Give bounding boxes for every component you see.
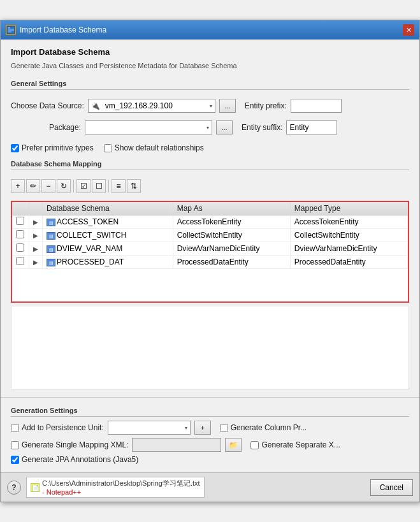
show-default-rel-checkbox[interactable] (104, 144, 112, 152)
row-checkbox-2[interactable] (16, 243, 24, 252)
footer-path: 📄 C:\Users\Administrator\Desktop\Spring学… (26, 477, 205, 498)
collapse-all-button[interactable]: ≡ (112, 179, 126, 193)
row-schema-2: ▤DVIEW_VAR_NAM (43, 242, 173, 256)
dialog-footer: ? 📄 C:\Users\Administrator\Desktop\Sprin… (1, 472, 419, 502)
add-persistence-label: Add to Persistence Unit: (22, 423, 104, 432)
title-bar-left: Import Database Schema (6, 25, 106, 35)
cancel-button[interactable]: Cancel (370, 479, 413, 496)
generate-jpa-checkbox-label[interactable]: Generate JPA Annotations (Java5) (11, 455, 138, 464)
svg-rect-1 (8, 27, 10, 29)
generate-separate-checkbox-label[interactable]: Generate Separate X... (250, 440, 340, 449)
generate-separate-checkbox[interactable] (250, 441, 259, 449)
row-mapped-2: DviewVarNameDicEntity (290, 242, 407, 256)
datasource-dropdown[interactable]: 🔌vm_192.168.29.100 ▾ (88, 99, 215, 113)
row-mapped-0: AccessTokenEntity (290, 215, 407, 229)
dropdown-arrow-icon: ▾ (210, 103, 212, 109)
row-expand-2[interactable]: ▶ (33, 245, 38, 252)
row-mapped-1: CollectSwitchEntity (290, 229, 407, 242)
add-button[interactable]: + (11, 179, 25, 193)
row-schema-0: ▤ACCESS_TOKEN (43, 215, 173, 229)
generation-settings-section: Generation Settings Add to Persistence U… (1, 397, 419, 472)
col-header-mapped: Mapped Type (290, 202, 407, 215)
generate-column-checkbox-label[interactable]: Generate Column Pr... (220, 423, 307, 432)
generation-row-1: Add to Persistence Unit: ▾ + Generate Co… (11, 421, 409, 435)
add-persistence-checkbox[interactable] (11, 424, 19, 432)
col-header-schema: Database Schema (43, 202, 173, 215)
footer-path-line2: - Notepad++ (42, 488, 200, 496)
generate-single-checkbox-label[interactable]: Generate Single Mapping XML: (11, 440, 128, 449)
footer-path-text: C:\Users\Administrator\Desktop\Spring学习笔… (42, 479, 200, 496)
footer-right: Cancel OK (370, 479, 413, 496)
show-default-rel-checkbox-label[interactable]: Show default relationships (104, 143, 204, 152)
row-schema-3: ▤PROCESSED_DAT (43, 256, 173, 269)
table-icon-2: ▤ (47, 245, 55, 253)
row-mapas-2: DviewVarNameDicEntity (173, 242, 290, 256)
datasource-row: Choose Data Source: 🔌vm_192.168.29.100 ▾… (11, 99, 409, 113)
empty-content-area (11, 307, 409, 389)
single-mapping-browse-button[interactable]: 📁 (225, 438, 242, 452)
row-expand-1[interactable]: ▶ (33, 232, 38, 239)
row-checkbox-3[interactable] (16, 257, 24, 265)
dialog-body: Import Database Schema Generate Java Cla… (1, 40, 419, 397)
refresh-button[interactable]: ↻ (57, 179, 71, 193)
sort-button[interactable]: ⇅ (127, 179, 141, 193)
entity-prefix-input[interactable] (291, 99, 342, 113)
prefer-primitive-checkbox-label[interactable]: Prefer primitive types (11, 143, 94, 152)
svg-rect-3 (8, 31, 14, 31)
generation-row-3: Generate JPA Annotations (Java5) (11, 455, 409, 464)
package-browse-button[interactable]: ... (216, 120, 233, 134)
general-settings-header: General Settings (11, 80, 409, 90)
table-row[interactable]: ▶ ▤DVIEW_VAR_NAM DviewVarNameDicEntity D… (12, 242, 408, 256)
persistence-add-button[interactable]: + (194, 421, 211, 435)
title-bar: Import Database Schema ✕ (1, 20, 419, 40)
generate-single-checkbox[interactable] (11, 441, 19, 449)
select-all-button[interactable]: ☑ (76, 179, 91, 193)
table-row[interactable]: ▶ ▤COLLECT_SWITCH CollectSwitchEntity Co… (12, 229, 408, 242)
row-checkbox-0[interactable] (16, 217, 24, 225)
notepad-icon: 📄 (31, 483, 40, 492)
table-row[interactable]: ▶ ▤ACCESS_TOKEN AccessTokenEntity Access… (12, 215, 408, 229)
add-persistence-checkbox-label[interactable]: Add to Persistence Unit: (11, 423, 104, 432)
table-icon-0: ▤ (47, 219, 55, 226)
generate-separate-label: Generate Separate X... (261, 440, 340, 449)
generation-row-2: Generate Single Mapping XML: 📁 Generate … (11, 438, 409, 452)
table-row[interactable]: ▶ ▤PROCESSED_DAT ProcessedDataEntity Pro… (12, 256, 408, 269)
prefer-primitive-checkbox[interactable] (11, 144, 19, 152)
footer-left: ? 📄 C:\Users\Administrator\Desktop\Sprin… (7, 477, 205, 498)
remove-button[interactable]: − (41, 179, 55, 193)
entity-suffix-label: Entity suffix: (242, 123, 282, 132)
import-dialog: Import Database Schema ✕ Import Database… (0, 20, 420, 502)
entity-suffix-input[interactable] (286, 120, 337, 134)
help-button[interactable]: ? (7, 481, 21, 495)
schema-table-container[interactable]: Database Schema Map As Mapped Type ▶ ▤AC… (11, 201, 409, 303)
datasource-label: Choose Data Source: (11, 101, 84, 110)
datasource-browse-button[interactable]: ... (219, 99, 236, 113)
row-schema-1: ▤COLLECT_SWITCH (43, 229, 173, 242)
generate-jpa-checkbox[interactable] (11, 456, 19, 464)
single-mapping-input (132, 438, 221, 452)
package-dropdown[interactable]: ▾ (85, 120, 212, 134)
dialog-icon (6, 25, 16, 35)
persistence-dropdown[interactable]: ▾ (108, 421, 191, 435)
main-title: Import Database Schema (11, 47, 409, 57)
prefer-primitive-label: Prefer primitive types (22, 143, 94, 152)
row-checkbox-1[interactable] (16, 230, 24, 238)
entity-prefix-label: Entity prefix: (245, 101, 287, 110)
edit-button[interactable]: ✏ (26, 179, 40, 193)
toolbar-separator-1 (73, 180, 74, 192)
generate-column-checkbox[interactable] (220, 424, 228, 432)
close-button[interactable]: ✕ (403, 24, 414, 36)
svg-rect-0 (7, 26, 15, 34)
generate-jpa-label: Generate JPA Annotations (Java5) (22, 455, 138, 464)
generate-column-label: Generate Column Pr... (231, 423, 307, 432)
db-schema-header: Database Schema Mapping (11, 160, 409, 170)
deselect-all-button[interactable]: ☐ (92, 179, 106, 193)
table-icon-1: ▤ (47, 232, 55, 240)
table-header-row: Database Schema Map As Mapped Type (12, 202, 408, 215)
svg-rect-2 (8, 29, 14, 30)
package-row: Package: ▾ ... Entity suffix: (11, 120, 409, 134)
row-expand-0[interactable]: ▶ (33, 219, 38, 226)
row-expand-3[interactable]: ▶ (33, 259, 38, 266)
package-label: Package: (11, 123, 81, 132)
main-subtitle: Generate Java Classes and Persistence Me… (11, 62, 409, 69)
